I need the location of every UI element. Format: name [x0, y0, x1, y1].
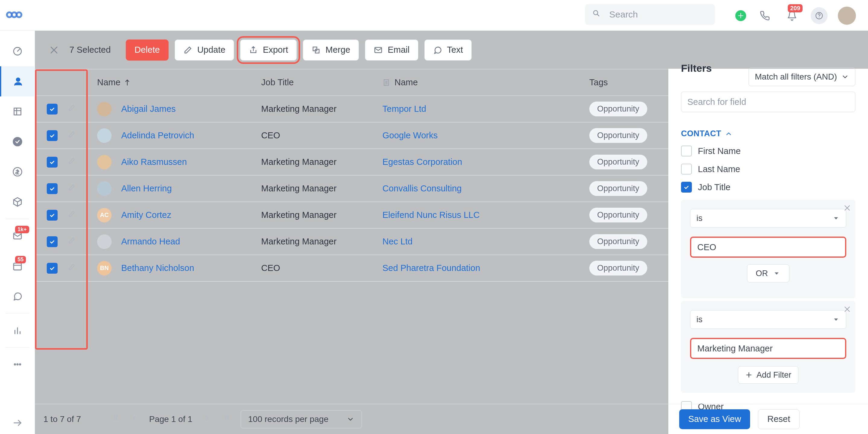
rail-companies[interactable]: [0, 96, 35, 127]
contact-name[interactable]: Amity Cortez: [121, 210, 171, 220]
tag-pill: Opportunity: [589, 128, 647, 143]
filter-search-input[interactable]: Search for field: [681, 92, 855, 112]
org-name[interactable]: Sed Pharetra Foundation: [382, 263, 480, 273]
phone-icon[interactable]: [756, 7, 773, 24]
page-text: Page 1 of 1: [149, 414, 192, 424]
edit-row-icon[interactable]: [68, 183, 76, 194]
edit-row-icon[interactable]: [68, 157, 76, 167]
merge-button[interactable]: Merge: [303, 39, 359, 61]
export-button[interactable]: Export: [240, 39, 297, 61]
filter-value-2[interactable]: Marketing Manager: [690, 338, 846, 359]
clear-selection[interactable]: [47, 43, 61, 57]
org-name[interactable]: Tempor Ltd: [382, 104, 426, 114]
chevron-down-icon: [832, 315, 840, 323]
perpage-select[interactable]: 100 records per page: [241, 410, 362, 428]
svg-line-1: [597, 14, 599, 16]
table-row[interactable]: BNBethany NicholsonCEOSed Pharetra Found…: [35, 255, 668, 281]
filter-value-1[interactable]: CEO: [690, 237, 846, 258]
match-mode-select[interactable]: Match all filters (AND): [749, 68, 855, 86]
rail-contacts[interactable]: [0, 66, 35, 96]
operator-select-2[interactable]: is: [690, 310, 846, 329]
table-row[interactable]: Abigail JamesMarketing ManagerTempor Ltd…: [35, 96, 668, 122]
page-first[interactable]: [112, 414, 120, 424]
update-button[interactable]: Update: [175, 39, 234, 61]
col-job[interactable]: Job Title: [261, 77, 294, 87]
section-contact[interactable]: CONTACT: [681, 129, 855, 138]
operator-select-1[interactable]: is: [690, 209, 846, 228]
row-checkbox[interactable]: [47, 236, 58, 247]
edit-row-icon[interactable]: [68, 210, 76, 220]
job-title-cell: Marketing Manager: [261, 104, 382, 114]
reset-button[interactable]: Reset: [758, 409, 800, 429]
bell-icon[interactable]: 209: [783, 7, 801, 24]
filter-job-title[interactable]: Job Title: [681, 182, 855, 193]
contact-name[interactable]: Armando Head: [121, 237, 180, 246]
org-name[interactable]: Convallis Consulting: [382, 183, 462, 194]
page-prev[interactable]: [131, 414, 138, 424]
rail-deals[interactable]: [0, 157, 35, 187]
delete-button[interactable]: Delete: [126, 39, 168, 61]
edit-row-icon[interactable]: [68, 263, 76, 273]
page-next[interactable]: [203, 414, 211, 424]
email-button[interactable]: Email: [365, 39, 418, 61]
rail-calendar[interactable]: 55: [0, 251, 35, 281]
edit-row-icon[interactable]: [68, 237, 76, 246]
chevron-down-icon: [346, 415, 354, 423]
row-checkbox[interactable]: [47, 263, 58, 274]
rail-products[interactable]: [0, 187, 35, 217]
svg-rect-8: [14, 108, 21, 115]
filter-last-name[interactable]: Last Name: [681, 164, 855, 174]
rail-tasks[interactable]: [0, 127, 35, 157]
rail-cal-badge: 55: [15, 256, 26, 263]
contact-name[interactable]: Bethany Nicholson: [121, 263, 194, 273]
table-row[interactable]: ACAmity CortezMarketing ManagerEleifend …: [35, 202, 668, 229]
avatar: [97, 234, 112, 249]
drawer-footer: Save as View Reset: [668, 404, 868, 434]
table-row[interactable]: Adelinda PetrovichCEOGoogle WorksOpportu…: [35, 122, 668, 149]
svg-marker-41: [834, 319, 838, 321]
help-icon[interactable]: [811, 7, 828, 24]
table-row[interactable]: Allen HerringMarketing ManagerConvallis …: [35, 175, 668, 202]
row-checkbox[interactable]: [47, 130, 58, 141]
table-row[interactable]: Armando HeadMarketing ManagerNec LtdOppo…: [35, 229, 668, 255]
logic-or[interactable]: OR: [747, 264, 789, 282]
save-view-button[interactable]: Save as View: [679, 409, 750, 429]
org-name[interactable]: Google Works: [382, 131, 438, 140]
org-name[interactable]: Eleifend Nunc Risus LLC: [382, 210, 479, 220]
contact-name[interactable]: Aiko Rasmussen: [121, 157, 187, 167]
svg-point-7: [16, 78, 20, 81]
edit-row-icon[interactable]: [68, 131, 76, 140]
contact-name[interactable]: Allen Herring: [121, 183, 172, 194]
rail-dashboard[interactable]: [0, 36, 35, 66]
col-tags[interactable]: Tags: [589, 77, 608, 87]
text-button[interactable]: Text: [424, 39, 472, 61]
rail-collapse[interactable]: [0, 418, 35, 428]
remove-filter-1[interactable]: [843, 204, 851, 213]
org-name[interactable]: Nec Ltd: [382, 237, 412, 246]
col-org[interactable]: Name: [395, 77, 418, 88]
rail-more[interactable]: [0, 349, 35, 379]
org-name[interactable]: Egestas Corporation: [382, 157, 462, 167]
user-avatar[interactable]: [838, 7, 856, 25]
contact-name[interactable]: Adelinda Petrovich: [121, 131, 194, 140]
rail-mail[interactable]: 1k+: [0, 221, 35, 251]
row-checkbox[interactable]: [47, 210, 58, 221]
range-text: 1 to 7 of 7: [43, 414, 81, 424]
svg-point-19: [14, 364, 16, 365]
table-row[interactable]: Aiko RasmussenMarketing ManagerEgestas C…: [35, 149, 668, 175]
row-checkbox[interactable]: [47, 104, 58, 114]
page-last[interactable]: [222, 414, 230, 424]
chevron-down-icon: [773, 269, 780, 277]
add-filter-button[interactable]: Add Filter: [738, 366, 798, 384]
row-checkbox[interactable]: [47, 183, 58, 194]
rail-chat[interactable]: [0, 281, 35, 311]
col-name[interactable]: Name: [97, 77, 120, 88]
global-search[interactable]: Search: [585, 4, 715, 25]
rail-reports[interactable]: [0, 315, 35, 345]
row-checkbox[interactable]: [47, 157, 58, 168]
filter-first-name[interactable]: First Name: [681, 145, 855, 157]
edit-row-icon[interactable]: [68, 104, 76, 114]
contact-name[interactable]: Abigail James: [121, 104, 176, 114]
add-button[interactable]: [735, 10, 746, 21]
remove-filter-2[interactable]: [843, 305, 851, 314]
